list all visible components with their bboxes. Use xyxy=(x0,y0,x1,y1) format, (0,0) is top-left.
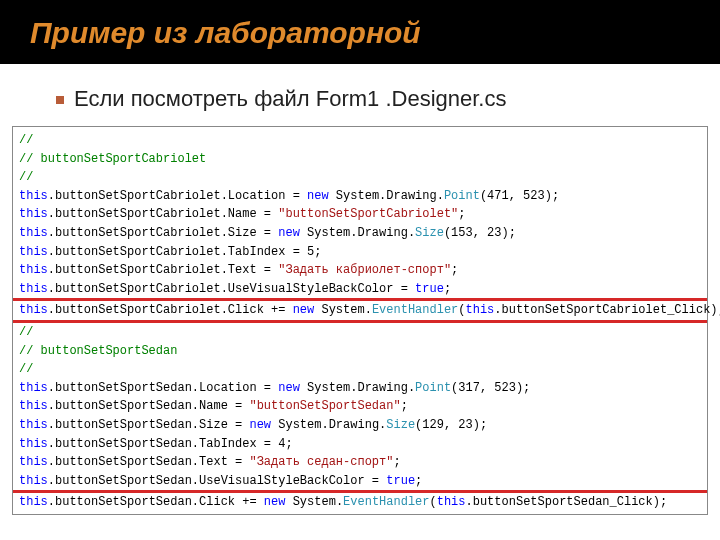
code-line: this.buttonSetSportSedan.Text = "Задать … xyxy=(19,453,701,472)
code-line: this.buttonSetSportCabriolet.Name = "but… xyxy=(19,205,701,224)
code-line: this.buttonSetSportSedan.Click += new Sy… xyxy=(19,493,701,512)
code-line: this.buttonSetSportCabriolet.Click += ne… xyxy=(19,301,701,320)
code-line: this.buttonSetSportCabriolet.UseVisualSt… xyxy=(19,280,701,299)
code-line: this.buttonSetSportSedan.Size = new Syst… xyxy=(19,416,701,435)
code-comment: // xyxy=(19,362,33,376)
code-block: // // buttonSetSportCabriolet // this.bu… xyxy=(12,126,708,515)
code-line: this.buttonSetSportCabriolet.TabIndex = … xyxy=(19,243,701,262)
bullet-icon xyxy=(56,96,64,104)
code-comment: // buttonSetSportCabriolet xyxy=(19,152,206,166)
code-comment: // xyxy=(19,170,33,184)
code-line: this.buttonSetSportSedan.Name = "buttonS… xyxy=(19,397,701,416)
code-line: this.buttonSetSportSedan.UseVisualStyleB… xyxy=(19,472,701,491)
code-line: this.buttonSetSportCabriolet.Location = … xyxy=(19,187,701,206)
code-comment: // xyxy=(19,133,33,147)
code-comment: // xyxy=(19,325,33,339)
slide-header: Пример из лабораторной xyxy=(0,0,720,64)
code-line: this.buttonSetSportSedan.TabIndex = 4; xyxy=(19,435,701,454)
code-line: this.buttonSetSportCabriolet.Size = new … xyxy=(19,224,701,243)
code-comment: // buttonSetSportSedan xyxy=(19,344,177,358)
slide-title: Пример из лабораторной xyxy=(30,16,690,50)
subtitle-row: Если посмотреть файл Form1 .Designer.cs xyxy=(0,64,720,126)
slide-subtitle: Если посмотреть файл Form1 .Designer.cs xyxy=(74,86,690,112)
code-line: this.buttonSetSportCabriolet.Text = "Зад… xyxy=(19,261,701,280)
code-line: this.buttonSetSportSedan.Location = new … xyxy=(19,379,701,398)
